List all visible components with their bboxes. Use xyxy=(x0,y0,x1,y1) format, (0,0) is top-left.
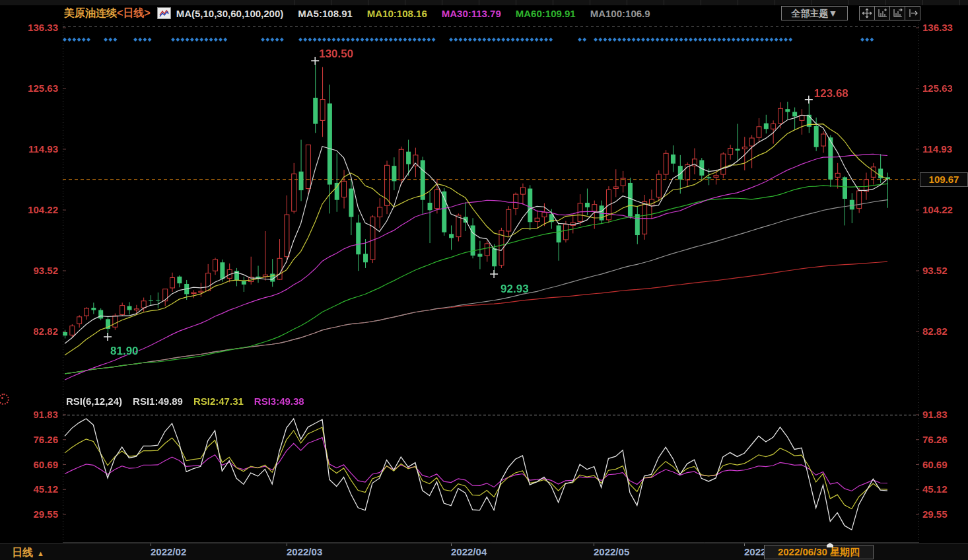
rsi-tick-left: 29.55 xyxy=(0,509,58,520)
rsi-tick-right: 45.12 xyxy=(922,484,948,495)
title-bar: 美原油连续<日线> MA(5,10,30,60,100,200) MA5:108… xyxy=(0,5,968,21)
price-tick-left: 136.33 xyxy=(0,22,58,33)
period-label: 日线 xyxy=(12,547,33,558)
month-label: 2022/04 xyxy=(451,546,487,557)
price-annotation: 92.93 xyxy=(501,283,529,296)
period-up-arrow-icon: ▲ xyxy=(37,549,44,557)
time-axis-bar: 日线▲ 2022/06/30 星期四 2022/022022/032022/04… xyxy=(0,543,968,560)
rsi1-value: RSI1:49.89 xyxy=(133,396,183,407)
rsi-tick-right: 29.55 xyxy=(922,509,948,520)
ma30-value: MA30:113.79 xyxy=(442,8,501,19)
rsi-indicator-chart[interactable] xyxy=(63,394,919,543)
alert-dot-icon[interactable] xyxy=(0,394,9,405)
current-date-badge: 2022/06/30 星期四 xyxy=(764,545,874,559)
period-selector-button[interactable]: 日线▲ xyxy=(12,546,44,560)
price-tick-left: 114.93 xyxy=(0,144,58,155)
shift-right-icon[interactable] xyxy=(905,6,920,20)
crosshair-icon[interactable] xyxy=(859,6,875,20)
ma5-value: MA5:108.91 xyxy=(298,8,353,19)
price-annotation: 130.50 xyxy=(319,48,353,61)
ma10-value: MA10:108.16 xyxy=(367,8,427,19)
scale-time-axis-icon[interactable] xyxy=(889,6,905,20)
rsi-title: RSI(6,12,24) xyxy=(66,396,122,407)
indicator-label: MA(5,10,30,60,100,200) xyxy=(176,8,284,19)
price-annotation: 123.68 xyxy=(814,87,848,100)
indicator-chart-icon[interactable] xyxy=(157,7,171,19)
price-tick-left: 93.52 xyxy=(0,265,58,276)
rsi2-value: RSI2:47.31 xyxy=(193,396,244,407)
ma100-value: MA100:106.9 xyxy=(590,8,650,19)
theme-dropdown-button[interactable]: 全部主题▼ xyxy=(781,6,848,20)
rsi-legend: RSI(6,12,24) RSI1:49.89 RSI2:47.31 RSI3:… xyxy=(66,396,315,407)
rsi-tick-right: 60.69 xyxy=(922,460,948,470)
price-tick-right: 104.22 xyxy=(922,205,953,215)
rsi-tick-left: 76.26 xyxy=(0,435,58,445)
period-tag: <日线> xyxy=(117,7,151,18)
price-tick-right: 82.82 xyxy=(922,326,948,337)
top-strip-separators xyxy=(258,0,968,5)
rsi3-value: RSI3:49.38 xyxy=(254,396,304,407)
price-tick-left: 125.63 xyxy=(0,83,58,94)
scale-price-axis-icon[interactable] xyxy=(874,6,890,20)
symbol-name: 美原油连续 xyxy=(64,7,117,18)
month-label: 2022/02 xyxy=(151,546,186,557)
price-tick-left: 82.82 xyxy=(0,326,58,337)
price-tick-right: 125.63 xyxy=(922,83,953,94)
month-label: 2022/05 xyxy=(594,546,629,557)
chart-application-window: 美原油连续<日线> MA(5,10,30,60,100,200) MA5:108… xyxy=(0,0,968,560)
price-tick-right: 114.93 xyxy=(922,144,952,155)
top-strip xyxy=(0,0,968,5)
price-tick-right: 136.33 xyxy=(922,22,953,33)
symbol-title: 美原油连续<日线> xyxy=(64,7,151,20)
price-annotation: 81.90 xyxy=(110,345,139,358)
rsi-tick-left: 91.83 xyxy=(0,409,58,420)
rsi-tick-right: 91.83 xyxy=(922,409,948,420)
ma60-value: MA60:109.91 xyxy=(516,8,576,19)
rsi-tick-left: 45.12 xyxy=(0,484,58,495)
month-label: 2022/03 xyxy=(287,546,322,557)
price-tick-right: 93.52 xyxy=(922,265,948,276)
axis-position-marker[interactable] xyxy=(827,543,833,547)
current-price-badge: 109.67 xyxy=(920,172,968,187)
rsi-tick-right: 76.26 xyxy=(922,435,948,445)
price-tick-left: 104.22 xyxy=(0,205,58,215)
main-price-chart[interactable] xyxy=(63,22,919,394)
rsi-tick-left: 60.69 xyxy=(0,460,58,470)
